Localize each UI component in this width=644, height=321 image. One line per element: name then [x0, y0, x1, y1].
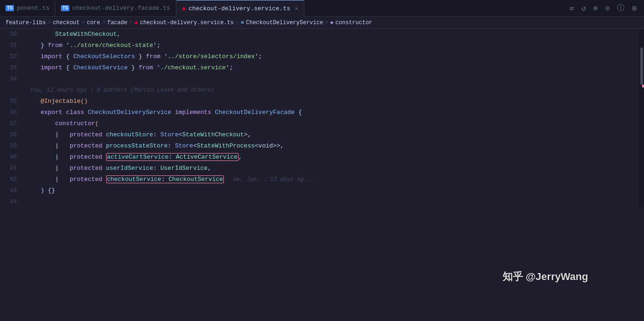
code-line-32: 32 import { CheckoutSelectors } from '..…	[0, 51, 639, 62]
breadcrumb-class[interactable]: CheckoutDeliveryService	[246, 20, 323, 26]
code-line-37: 37 constructor(	[0, 118, 639, 129]
code-line-42: 42 | protected checkoutService: Checkout…	[0, 174, 639, 185]
code-line-43: 43 ) {}	[0, 185, 639, 196]
line-num-35: 35	[0, 96, 24, 107]
split-icon[interactable]: ⊙	[604, 3, 612, 14]
ts-icon: TS	[61, 5, 69, 11]
code-line-41: 41 | protected userIdService: UserIdServ…	[0, 163, 639, 174]
forward-icon[interactable]: ⊕	[591, 3, 600, 14]
code-line-36: 36 export class CheckoutDeliveryService …	[0, 107, 639, 118]
code-line-30: 30 StateWithCheckout,	[0, 29, 639, 40]
line-content-32: import { CheckoutSelectors } from '../st…	[24, 51, 639, 62]
tab-component[interactable]: TS ponent.ts	[0, 0, 55, 17]
line-content-37: constructor(	[24, 118, 639, 129]
line-content-30: StateWithCheckout,	[24, 29, 639, 40]
code-line-31: 31 } from '../store/checkout-state';	[0, 40, 639, 51]
line-num-40: 40	[0, 152, 24, 163]
line-num-31: 31	[0, 40, 24, 51]
tab-bar: TS ponent.ts TS checkout-delivery.facade…	[0, 0, 644, 17]
layout-icon[interactable]: ⊞	[630, 3, 638, 14]
breadcrumb-file[interactable]: checkout-delivery.service.ts	[140, 20, 234, 26]
code-line-34: 34	[0, 74, 639, 85]
code-line-44: 44	[0, 196, 639, 207]
code-line-40: 40 | protected activeCartService: Active…	[0, 152, 639, 163]
line-num-34: 34	[0, 74, 24, 85]
line-num-43: 43	[0, 185, 24, 196]
line-num-30: 30	[0, 29, 24, 40]
breadcrumb-constructor[interactable]: constructor	[335, 20, 372, 26]
line-content-43: ) {}	[24, 185, 639, 196]
editor-container: TS ponent.ts TS checkout-delivery.facade…	[0, 0, 644, 207]
code-line-39: 39 | protected processStateStore: Store<…	[0, 140, 639, 152]
line-content-31: } from '../store/checkout-state';	[24, 40, 639, 51]
info-icon[interactable]: ⓘ	[615, 2, 626, 14]
line-num-39: 39	[0, 140, 24, 152]
line-num-36: 36	[0, 107, 24, 118]
git-blame-line: You, 12 hours ago | 8 authors (Marcin La…	[0, 85, 639, 96]
tab-facade[interactable]: TS checkout-delivery.facade.ts	[55, 0, 176, 17]
lines-container: 30 StateWithCheckout, 31 } from '../stor…	[0, 29, 639, 207]
line-content-35: @Injectable()	[24, 96, 639, 107]
code-line-35: 35 @Injectable()	[0, 96, 639, 107]
class-breadcrumb-icon: ⊕	[241, 19, 244, 26]
line-content-33: import { CheckoutService } from './check…	[24, 62, 639, 74]
ts-icon: TS	[6, 5, 14, 11]
line-num-41: 41	[0, 163, 24, 174]
breadcrumb-checkout[interactable]: checkout	[53, 20, 80, 26]
watermark: 知乎 @JerryWang	[503, 270, 588, 284]
code-line-38: 38 | protected checkoutStore: Store<Stat…	[0, 129, 639, 140]
tab-service[interactable]: ▲ checkout-delivery.service.ts ✕	[176, 0, 304, 17]
git-blame-text: You, 12 hours ago | 8 authors (Marcin La…	[24, 85, 639, 96]
line-content-41: | protected userIdService: UserIdService…	[24, 163, 639, 174]
line-num-32: 32	[0, 51, 24, 62]
close-icon[interactable]: ✕	[295, 5, 298, 12]
line-content-42: | protected checkoutService: CheckoutSer…	[24, 174, 639, 185]
scrollbar[interactable]	[639, 29, 644, 207]
constructor-breadcrumb-icon: ◈	[330, 19, 334, 26]
line-content-44	[24, 196, 639, 207]
breadcrumb-feature-libs[interactable]: feature-libs	[6, 20, 46, 26]
line-num-44: 44	[0, 196, 24, 207]
line-content-34	[24, 74, 639, 85]
breadcrumb-core[interactable]: core	[87, 20, 100, 26]
code-body: 30 StateWithCheckout, 31 } from '../stor…	[0, 29, 644, 207]
tab-label: checkout-delivery.service.ts	[188, 5, 290, 12]
line-content-39: | protected processStateStore: Store<Sta…	[24, 140, 639, 152]
back-icon[interactable]: ↺	[579, 3, 588, 14]
angular-icon: ▲	[182, 5, 186, 12]
breadcrumb-facade[interactable]: facade	[107, 20, 127, 26]
line-content-38: | protected checkoutStore: Store<StateWi…	[24, 129, 639, 140]
line-content-36: export class CheckoutDeliveryService imp…	[24, 107, 639, 118]
branch-icon[interactable]: ⇄	[568, 3, 576, 14]
code-line-33: 33 import { CheckoutService } from './ch…	[0, 62, 639, 74]
line-num-38: 38	[0, 129, 24, 140]
line-num-37: 37	[0, 118, 24, 129]
line-num-33: 33	[0, 62, 24, 74]
line-num-42: 42	[0, 174, 24, 185]
scrollbar-error-indicator	[642, 85, 644, 87]
tab-actions: ⇄ ↺ ⊕ ⊙ ⓘ ⊞	[568, 2, 644, 14]
tab-label: checkout-delivery.facade.ts	[72, 5, 170, 12]
breadcrumb: feature-libs > checkout > core > facade …	[0, 17, 644, 29]
line-content-40: | protected activeCartService: ActiveCar…	[24, 152, 639, 163]
scrollbar-thumb[interactable]	[640, 47, 643, 85]
angular-breadcrumb-icon: ▲	[134, 19, 138, 26]
tab-label: ponent.ts	[17, 5, 49, 12]
